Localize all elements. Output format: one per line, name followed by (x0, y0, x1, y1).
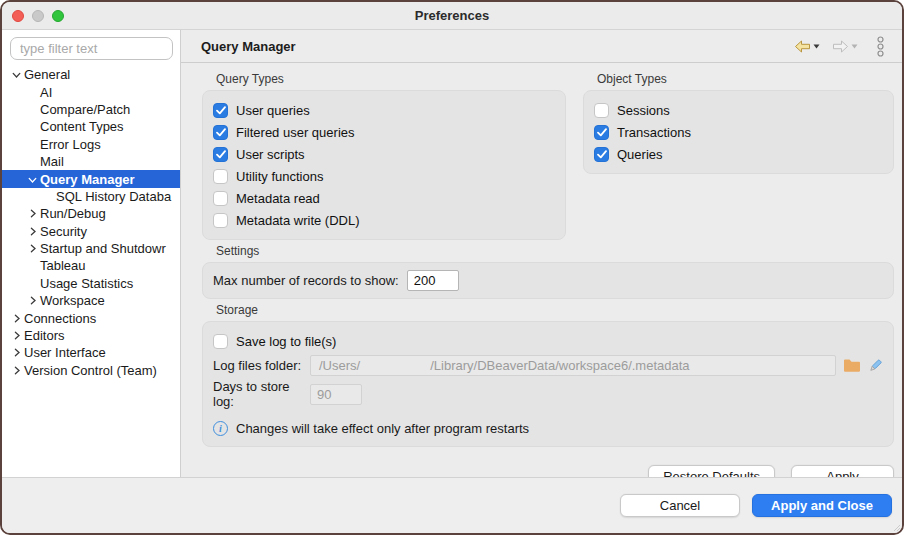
cancel-button[interactable]: Cancel (620, 494, 740, 517)
settings-label: Settings (216, 245, 894, 258)
checkbox-checked[interactable] (213, 147, 228, 162)
chevron-right-icon[interactable] (9, 366, 24, 375)
titlebar: Preferences (2, 2, 902, 30)
checkbox-unchecked[interactable] (213, 334, 228, 349)
tree-item-label: General (24, 67, 70, 82)
apply-and-close-button[interactable]: Apply and Close (752, 494, 892, 517)
checkbox-label: Filtered user queries (236, 125, 355, 140)
tree-item-label: Run/Debug (40, 206, 106, 221)
tree-item-connections[interactable]: Connections (2, 309, 180, 326)
checkbox-unchecked[interactable] (594, 103, 609, 118)
checkbox-checked[interactable] (594, 147, 609, 162)
checkbox-label: Sessions (617, 103, 670, 118)
checkbox-unchecked[interactable] (213, 169, 228, 184)
tree-item-ai[interactable]: AI (2, 83, 180, 100)
settings-group: Settings Max number of records to show: (202, 240, 894, 299)
restart-info-text: Changes will take effect only after prog… (236, 421, 529, 436)
tree-item-label: Query Manager (40, 172, 135, 187)
tree-item-label: Connections (24, 311, 96, 326)
tree-item-editors[interactable]: Editors (2, 327, 180, 344)
back-button[interactable] (791, 38, 823, 55)
tree-item-run-debug[interactable]: Run/Debug (2, 205, 180, 222)
checkbox-label: Queries (617, 147, 663, 162)
tree-item-security[interactable]: Security (2, 223, 180, 240)
folder-icon (843, 358, 861, 373)
tree-item-workspace[interactable]: Workspace (2, 292, 180, 309)
object-types-option-queries[interactable]: Queries (594, 143, 883, 165)
query-types-label: Query Types (216, 73, 566, 86)
query-types-option-metadata-write-ddl-[interactable]: Metadata write (DDL) (213, 209, 555, 231)
minimize-window-button (32, 10, 44, 22)
chevron-down-icon[interactable] (28, 172, 37, 187)
checkbox-unchecked[interactable] (213, 191, 228, 206)
query-types-option-user-scripts[interactable]: User scripts (213, 143, 555, 165)
close-window-button[interactable] (12, 10, 24, 22)
checkbox-checked[interactable] (213, 125, 228, 140)
checkbox-label: User scripts (236, 147, 305, 162)
checkbox-checked[interactable] (213, 103, 228, 118)
sidebar: GeneralAICompare/PatchContent TypesError… (2, 30, 181, 477)
tree-item-label: Startup and Shutdowr (40, 241, 166, 256)
query-types-option-utility-functions[interactable]: Utility functions (213, 165, 555, 187)
kebab-menu-icon (876, 36, 885, 57)
chevron-right-icon[interactable] (25, 209, 40, 218)
resize-grip-icon[interactable] (891, 522, 901, 532)
storage-box: Save log to file(s) Log files folder: /U… (202, 321, 894, 447)
tree-item-compare-patch[interactable]: Compare/Patch (2, 101, 180, 118)
edit-path-button[interactable] (867, 358, 883, 374)
chevron-down-icon[interactable] (12, 67, 21, 82)
storage-group: Storage Save log to file(s) Log files fo… (202, 299, 894, 447)
tree-item-user-interface[interactable]: User Interface (2, 344, 180, 361)
forward-arrow-icon (832, 40, 849, 53)
window-title: Preferences (415, 8, 489, 23)
tree-item-content-types[interactable]: Content Types (2, 118, 180, 135)
chevron-right-icon[interactable] (25, 227, 40, 236)
zoom-window-button[interactable] (52, 10, 64, 22)
tree-item-startup-and-shutdowr[interactable]: Startup and Shutdowr (2, 240, 180, 257)
object-types-group: Object Types SessionsTransactionsQueries (583, 68, 894, 174)
page-body: Query Types User queriesFiltered user qu… (181, 63, 902, 488)
object-types-option-transactions[interactable]: Transactions (594, 121, 883, 143)
forward-button[interactable] (829, 38, 861, 55)
checkbox-unchecked[interactable] (213, 213, 228, 228)
chevron-right-icon[interactable] (9, 314, 24, 323)
save-log-option[interactable]: Save log to file(s) (213, 330, 883, 352)
tree-item-sql-history-databa[interactable]: SQL History Databa (2, 188, 180, 205)
filter-input[interactable] (10, 37, 173, 60)
pencil-icon (867, 358, 883, 374)
checkbox-label: Utility functions (236, 169, 323, 184)
tree-item-tableau[interactable]: Tableau (2, 257, 180, 274)
checkbox-label: Metadata write (DDL) (236, 213, 360, 228)
tree-item-usage-statistics[interactable]: Usage Statistics (2, 275, 180, 292)
checkbox-checked[interactable] (594, 125, 609, 140)
query-types-option-metadata-read[interactable]: Metadata read (213, 187, 555, 209)
view-menu-button[interactable] (873, 34, 888, 59)
max-records-input[interactable] (407, 270, 459, 291)
info-icon: i (213, 421, 228, 436)
tree-item-label: Security (40, 224, 87, 239)
chevron-right-icon[interactable] (25, 244, 40, 253)
chevron-right-icon[interactable] (9, 331, 24, 340)
tree-item-label: User Interface (24, 345, 106, 360)
save-log-label: Save log to file(s) (236, 334, 336, 349)
log-folder-row: Log files folder: /Users/ /Library/DBeav… (213, 355, 883, 376)
browse-folder-button[interactable] (843, 358, 861, 373)
tree-item-general[interactable]: General (2, 66, 180, 83)
preferences-tree: GeneralAICompare/PatchContent TypesError… (2, 66, 180, 379)
tree-item-mail[interactable]: Mail (2, 153, 180, 170)
tree-item-label: SQL History Databa (56, 189, 171, 204)
tree-item-error-logs[interactable]: Error Logs (2, 136, 180, 153)
tree-item-version-control-team-[interactable]: Version Control (Team) (2, 362, 180, 379)
query-types-option-filtered-user-queries[interactable]: Filtered user queries (213, 121, 555, 143)
content-panel: Query Manager (181, 30, 902, 477)
log-folder-field: /Users/ /Library/DBeaverData/workspace6/… (310, 355, 836, 376)
log-folder-actions (843, 358, 883, 374)
tree-item-label: Error Logs (40, 137, 101, 152)
tree-item-query-manager[interactable]: Query Manager (2, 170, 180, 187)
chevron-right-icon[interactable] (9, 348, 24, 357)
settings-box: Max number of records to show: (202, 262, 894, 299)
object-types-option-sessions[interactable]: Sessions (594, 99, 883, 121)
max-records-label: Max number of records to show: (213, 273, 399, 288)
query-types-option-user-queries[interactable]: User queries (213, 99, 555, 121)
chevron-right-icon[interactable] (25, 296, 40, 305)
